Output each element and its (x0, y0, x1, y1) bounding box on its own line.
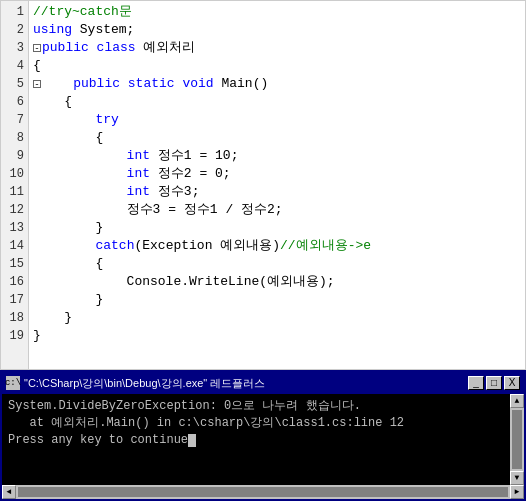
code-line-10: int 정수2 = 0; (33, 165, 525, 183)
code-line-5: - public static void Main() (33, 75, 525, 93)
line-number-3: 3 (17, 39, 24, 57)
code-line-12: 정수3 = 정수1 / 정수2; (33, 201, 525, 219)
line-number-9: 9 (17, 147, 24, 165)
terminal-titlebar: c:\ "C:\CSharp\강의\bin\Debug\강의.exe" 레드플러… (2, 372, 524, 394)
terminal-vertical-scrollbar[interactable]: ▲ ▼ (510, 394, 524, 485)
line-number-13: 13 (10, 219, 24, 237)
line-numbers: 12345678910111213141516171819 (1, 1, 29, 369)
line-number-17: 17 (10, 291, 24, 309)
line-number-7: 7 (17, 111, 24, 129)
collapse-marker-5[interactable]: - (33, 80, 41, 88)
code-line-6: { (33, 93, 525, 111)
code-line-3: -public class 예외처리 (33, 39, 525, 57)
code-line-14: catch(Exception 예외내용)//예외내용->e (33, 237, 525, 255)
terminal-line-1: System.DivideByZeroException: 0으로 나누려 했습… (8, 398, 504, 415)
line-number-19: 19 (10, 327, 24, 345)
scroll-thumb[interactable] (512, 410, 522, 469)
code-line-18: } (33, 309, 525, 327)
terminal-title-text: "C:\CSharp\강의\bin\Debug\강의.exe" 레드플러스 (24, 376, 265, 391)
code-editor: 12345678910111213141516171819 //try~catc… (0, 0, 526, 370)
line-number-8: 8 (17, 129, 24, 147)
line-number-2: 2 (17, 21, 24, 39)
line-number-1: 1 (17, 3, 24, 21)
code-line-16: Console.WriteLine(예외내용); (33, 273, 525, 291)
line-number-5: 5 (17, 75, 24, 93)
line-number-11: 11 (10, 183, 24, 201)
scroll-up-button[interactable]: ▲ (510, 394, 524, 408)
terminal-title-left: c:\ "C:\CSharp\강의\bin\Debug\강의.exe" 레드플러… (6, 376, 265, 391)
code-line-19: } (33, 327, 525, 345)
code-line-15: { (33, 255, 525, 273)
code-line-11: int 정수3; (33, 183, 525, 201)
terminal-content-area: System.DivideByZeroException: 0으로 나누려 했습… (2, 394, 524, 485)
close-button[interactable]: X (504, 376, 520, 390)
code-line-2: using System; (33, 21, 525, 39)
terminal-icon: c:\ (6, 376, 20, 390)
code-line-1: //try~catch문 (33, 3, 525, 21)
terminal-body: System.DivideByZeroException: 0으로 나누려 했습… (2, 394, 510, 485)
scroll-right-button[interactable]: ► (510, 485, 524, 499)
code-line-9: int 정수1 = 10; (33, 147, 525, 165)
line-number-10: 10 (10, 165, 24, 183)
minimize-button[interactable]: _ (468, 376, 484, 390)
code-line-8: { (33, 129, 525, 147)
terminal-line-2: at 예외처리.Main() in c:\csharp\강의\class1.cs… (8, 415, 504, 432)
line-number-6: 6 (17, 93, 24, 111)
hscroll-thumb[interactable] (18, 487, 508, 497)
line-number-4: 4 (17, 57, 24, 75)
line-number-18: 18 (10, 309, 24, 327)
line-number-15: 15 (10, 255, 24, 273)
scroll-left-button[interactable]: ◄ (2, 485, 16, 499)
scroll-down-button[interactable]: ▼ (510, 471, 524, 485)
code-line-13: } (33, 219, 525, 237)
code-line-7: try (33, 111, 525, 129)
terminal-window: c:\ "C:\CSharp\강의\bin\Debug\강의.exe" 레드플러… (0, 370, 526, 501)
line-number-12: 12 (10, 201, 24, 219)
terminal-horizontal-scrollbar[interactable]: ◄ ► (2, 485, 524, 499)
terminal-window-controls: _ □ X (468, 376, 520, 390)
code-line-4: { (33, 57, 525, 75)
collapse-marker-3[interactable]: - (33, 44, 41, 52)
code-area: //try~catch문using System;-public class 예… (29, 1, 525, 369)
cursor (188, 434, 196, 447)
line-number-14: 14 (10, 237, 24, 255)
maximize-button[interactable]: □ (486, 376, 502, 390)
code-line-17: } (33, 291, 525, 309)
line-number-16: 16 (10, 273, 24, 291)
terminal-line-3: Press any key to continue (8, 432, 504, 449)
